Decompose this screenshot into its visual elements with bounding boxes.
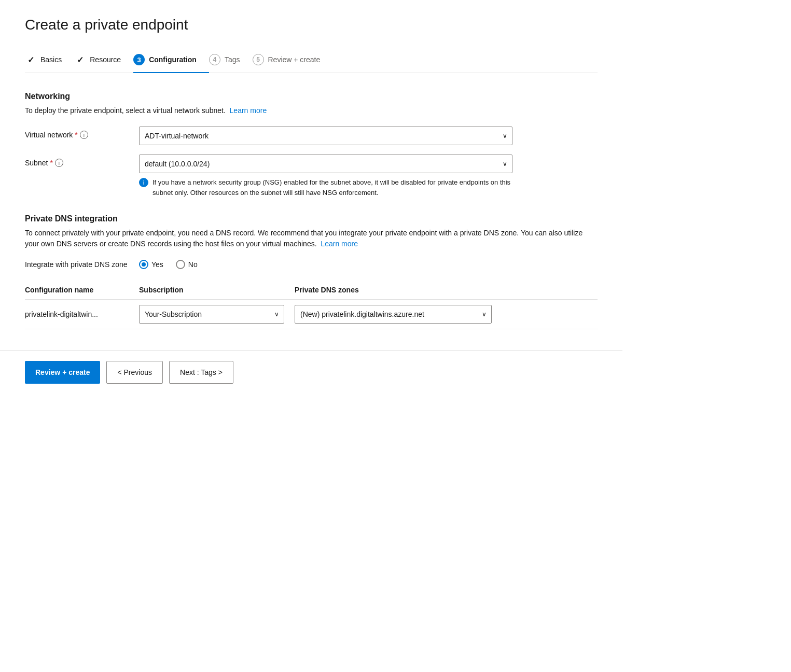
- dns-zone-select-wrapper: (New) privatelink.digitaltwins.azure.net: [295, 305, 492, 324]
- virtual-network-required: *: [75, 131, 77, 139]
- dns-learn-more[interactable]: Learn more: [321, 240, 358, 248]
- networking-learn-more[interactable]: Learn more: [230, 106, 267, 115]
- integrate-dns-row: Integrate with private DNS zone Yes No: [25, 260, 598, 269]
- subnet-row: Subnet * i default (10.0.0.0/24) i If yo…: [25, 155, 598, 198]
- dns-zone-select[interactable]: (New) privatelink.digitaltwins.azure.net: [295, 305, 492, 324]
- step-5-circle: 5: [253, 54, 264, 65]
- radio-no-outer: [176, 260, 185, 269]
- step-resource-label: Resource: [90, 55, 121, 64]
- subnet-select-wrapper: default (10.0.0.0/24): [139, 155, 512, 173]
- subscription-select[interactable]: Your-Subscription: [139, 305, 284, 324]
- step-tags-label: Tags: [225, 55, 240, 64]
- nsg-info-box: i If you have a network security group (…: [139, 177, 512, 198]
- dns-section-description: To connect privately with your private e…: [25, 228, 598, 249]
- subnet-label: Subnet * i: [25, 155, 129, 167]
- subnet-required: *: [50, 159, 52, 167]
- page-title: Create a private endpoint: [25, 17, 598, 33]
- dns-zone-cell: (New) privatelink.digitaltwins.azure.net: [295, 300, 598, 329]
- review-create-button[interactable]: Review + create: [25, 361, 100, 384]
- subnet-select[interactable]: default (10.0.0.0/24): [139, 155, 512, 173]
- virtual-network-select-wrapper: ADT-virtual-network: [139, 127, 512, 145]
- networking-section: Networking To deploy the private endpoin…: [25, 92, 598, 198]
- step-resource[interactable]: ✓ Resource: [74, 48, 133, 73]
- step-1-check-icon: ✓: [25, 54, 36, 65]
- subnet-info-icon[interactable]: i: [55, 159, 63, 167]
- dns-table: Configuration name Subscription Private …: [25, 282, 598, 329]
- dns-col-config-name: Configuration name: [25, 282, 139, 300]
- networking-title: Networking: [25, 92, 598, 101]
- subscription-select-wrapper: Your-Subscription: [139, 305, 284, 324]
- dns-subscription-cell: Your-Subscription: [139, 300, 295, 329]
- step-4-circle: 4: [209, 54, 220, 65]
- integrate-dns-label: Integrate with private DNS zone: [25, 260, 129, 269]
- radio-yes-inner: [142, 262, 146, 267]
- radio-no-label: No: [188, 260, 198, 269]
- dns-config-name-cell: privatelink-digitaltwin...: [25, 300, 139, 329]
- radio-yes-label: Yes: [151, 260, 163, 269]
- previous-button[interactable]: < Previous: [106, 361, 163, 384]
- step-basics[interactable]: ✓ Basics: [25, 48, 74, 73]
- virtual-network-control: ADT-virtual-network: [139, 127, 512, 145]
- networking-description: To deploy the private endpoint, select a…: [25, 105, 598, 116]
- dns-col-subscription: Subscription: [139, 282, 295, 300]
- step-2-check-icon: ✓: [74, 54, 86, 65]
- dns-integration-section: Private DNS integration To connect priva…: [25, 214, 598, 329]
- dns-col-dns-zones: Private DNS zones: [295, 282, 598, 300]
- radio-no-option[interactable]: No: [176, 260, 198, 269]
- step-basics-label: Basics: [40, 55, 62, 64]
- step-configuration[interactable]: 3 Configuration: [133, 48, 209, 73]
- radio-yes-outer: [139, 260, 148, 269]
- table-row: privatelink-digitaltwin... Your-Subscrip…: [25, 300, 598, 329]
- steps-bar: ✓ Basics ✓ Resource 3 Configuration 4 Ta…: [25, 48, 598, 73]
- virtual-network-label: Virtual network * i: [25, 127, 129, 139]
- step-review-create-label: Review + create: [268, 55, 321, 64]
- step-3-circle: 3: [133, 54, 145, 65]
- nsg-info-icon: i: [139, 178, 148, 187]
- subnet-control: default (10.0.0.0/24) i If you have a ne…: [139, 155, 512, 198]
- virtual-network-info-icon[interactable]: i: [80, 131, 88, 139]
- dns-section-title: Private DNS integration: [25, 214, 598, 223]
- nsg-info-text: If you have a network security group (NS…: [152, 177, 512, 198]
- virtual-network-select[interactable]: ADT-virtual-network: [139, 127, 512, 145]
- radio-yes-option[interactable]: Yes: [139, 260, 163, 269]
- step-tags[interactable]: 4 Tags: [209, 48, 253, 73]
- step-review-create[interactable]: 5 Review + create: [253, 48, 333, 73]
- footer-actions: Review + create < Previous Next : Tags >: [0, 351, 791, 394]
- next-tags-button[interactable]: Next : Tags >: [169, 361, 233, 384]
- virtual-network-row: Virtual network * i ADT-virtual-network: [25, 127, 598, 145]
- step-configuration-label: Configuration: [149, 55, 197, 64]
- integrate-dns-options: Yes No: [139, 260, 198, 269]
